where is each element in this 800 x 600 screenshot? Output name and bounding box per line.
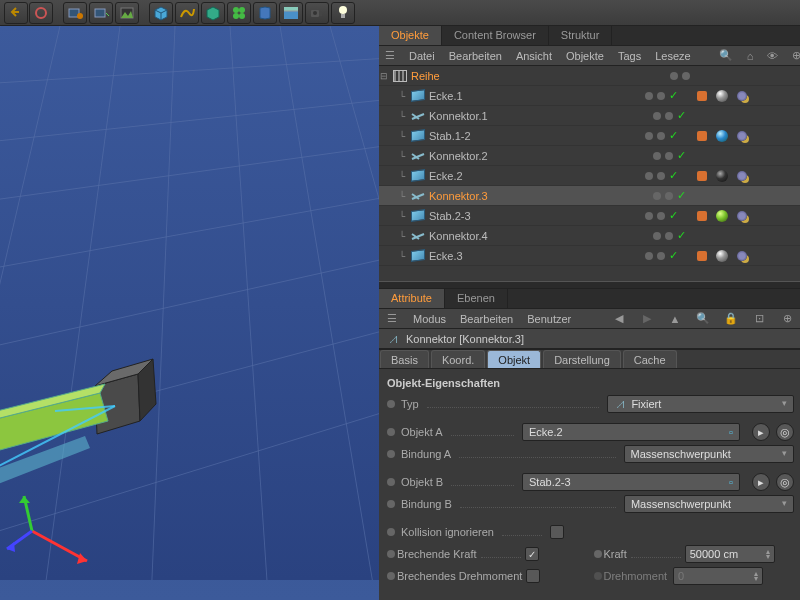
tree-item-label[interactable]: Ecke.2 (429, 170, 463, 182)
enable-check[interactable]: ✓ (677, 229, 686, 242)
picker-button-b[interactable]: ◎ (776, 473, 794, 491)
nav-back-icon[interactable]: ◀ (612, 312, 626, 326)
render-dot[interactable] (657, 252, 665, 260)
enable-check[interactable]: ✓ (677, 149, 686, 162)
tree-item-label[interactable]: Stab.1-2 (429, 130, 471, 142)
menu-datei[interactable]: Datei (409, 50, 435, 62)
tool-camera[interactable] (305, 2, 329, 24)
hamburger-icon[interactable]: ☰ (385, 49, 395, 63)
enable-check[interactable]: ✓ (669, 249, 678, 262)
tool-array[interactable] (227, 2, 251, 24)
tree-row[interactable]: └Ecke.3✓ (379, 246, 800, 266)
brechendekraft-checkbox[interactable]: ✓ (525, 547, 539, 561)
tree-item-label[interactable]: Konnektor.2 (429, 150, 488, 162)
target-button-b[interactable]: ▸ (752, 473, 770, 491)
visibility-dot[interactable] (645, 132, 653, 140)
tab-struktur[interactable]: Struktur (549, 26, 613, 45)
home-icon[interactable]: ⌂ (747, 49, 754, 63)
picker-button-a[interactable]: ◎ (776, 423, 794, 441)
subtab-cache[interactable]: Cache (623, 350, 677, 368)
render-dot[interactable] (665, 112, 673, 120)
visibility-dot[interactable] (645, 252, 653, 260)
tree-item-label[interactable]: Stab.2-3 (429, 210, 471, 222)
render-dot[interactable] (657, 172, 665, 180)
tree-row[interactable]: └Konnektor.3✓ (379, 186, 800, 206)
render-dot[interactable] (665, 152, 673, 160)
subtab-objekt[interactable]: Objekt (487, 350, 541, 368)
visibility-dot[interactable] (653, 192, 661, 200)
tree-row[interactable]: └Ecke.2✓ (379, 166, 800, 186)
tab-content-browser[interactable]: Content Browser (442, 26, 549, 45)
visibility-dot[interactable] (653, 112, 661, 120)
eye-icon[interactable]: 👁 (767, 49, 778, 63)
subtab-basis[interactable]: Basis (380, 350, 429, 368)
menu-ansicht[interactable]: Ansicht (516, 50, 552, 62)
search-icon[interactable]: 🔍 (719, 49, 733, 63)
expand-icon[interactable]: ⊟ (379, 71, 389, 81)
subtab-koord[interactable]: Koord. (431, 350, 485, 368)
tool-environment[interactable] (279, 2, 303, 24)
tree-item-label[interactable]: Konnektor.1 (429, 110, 488, 122)
nav-fwd-icon[interactable]: ▶ (640, 312, 654, 326)
lock-icon[interactable]: 🔒 (724, 312, 738, 326)
kraft-input[interactable]: 50000 cm▴▾ (685, 545, 775, 563)
plus2-icon[interactable]: ⊕ (780, 312, 794, 326)
subtab-darstellung[interactable]: Darstellung (543, 350, 621, 368)
enable-check[interactable]: ✓ (669, 169, 678, 182)
bindunga-combo[interactable]: Massenschwerpunkt (624, 445, 794, 463)
hamburger-icon[interactable]: ☰ (385, 312, 399, 326)
tool-render-settings[interactable] (63, 2, 87, 24)
new-window-icon[interactable]: ⊡ (752, 312, 766, 326)
enable-check[interactable]: ✓ (677, 189, 686, 202)
tool-spline[interactable] (175, 2, 199, 24)
enable-check[interactable]: ✓ (669, 129, 678, 142)
enable-check[interactable]: ✓ (677, 109, 686, 122)
tool-redo[interactable] (29, 2, 53, 24)
objekta-field[interactable]: Ecke.2▫ (522, 423, 740, 441)
menu-objekte[interactable]: Objekte (566, 50, 604, 62)
target-button-a[interactable]: ▸ (752, 423, 770, 441)
tool-deformer[interactable] (253, 2, 277, 24)
tree-row[interactable]: └Konnektor.1✓ (379, 106, 800, 126)
tree-row[interactable]: └Stab.2-3✓ (379, 206, 800, 226)
brechendesdrehmoment-checkbox[interactable] (526, 569, 540, 583)
visibility-dot[interactable] (653, 152, 661, 160)
render-dot[interactable] (657, 92, 665, 100)
visibility-dot[interactable] (645, 92, 653, 100)
render-dot[interactable] (657, 132, 665, 140)
tool-light[interactable] (331, 2, 355, 24)
tree-row[interactable]: └Konnektor.2✓ (379, 146, 800, 166)
horizontal-splitter[interactable] (379, 281, 800, 289)
object-tree[interactable]: ⊟ Reihe └Ecke.1✓└Konnektor.1✓└Stab.1-2✓└… (379, 66, 800, 281)
kollision-checkbox[interactable] (550, 525, 564, 539)
enable-check[interactable]: ✓ (669, 209, 678, 222)
tab-attribute[interactable]: Attribute (379, 289, 445, 308)
tree-item-label[interactable]: Konnektor.3 (429, 190, 488, 202)
tree-row[interactable]: └Ecke.1✓ (379, 86, 800, 106)
objektb-field[interactable]: Stab.2-3▫ (522, 473, 740, 491)
viewport[interactable]: ✦ ✥ ⤢ ⟳ ⊞ (0, 26, 379, 600)
nav-up-icon[interactable]: ▲ (668, 312, 682, 326)
menu-modus[interactable]: Modus (413, 313, 446, 325)
bindungb-combo[interactable]: Massenschwerpunkt (624, 495, 794, 513)
visibility-dot[interactable] (645, 212, 653, 220)
tree-item-label[interactable]: Ecke.1 (429, 90, 463, 102)
menu-leseze[interactable]: Leseze (655, 50, 690, 62)
menu-bearbeiten2[interactable]: Bearbeiten (460, 313, 513, 325)
tool-render-active[interactable] (89, 2, 113, 24)
tree-row[interactable]: └Konnektor.4✓ (379, 226, 800, 246)
tab-objects[interactable]: Objekte (379, 26, 442, 45)
tool-undo[interactable] (4, 2, 28, 24)
tree-row[interactable]: └Stab.1-2✓ (379, 126, 800, 146)
tree-root-label[interactable]: Reihe (411, 70, 440, 82)
tree-item-label[interactable]: Konnektor.4 (429, 230, 488, 242)
tool-nurbs[interactable] (201, 2, 225, 24)
render-dot[interactable] (665, 192, 673, 200)
visibility-dot[interactable] (653, 232, 661, 240)
typ-combo[interactable]: ⩘Fixiert (607, 395, 794, 413)
tool-render-picture[interactable] (115, 2, 139, 24)
tree-item-label[interactable]: Ecke.3 (429, 250, 463, 262)
menu-benutzer[interactable]: Benutzer (527, 313, 571, 325)
tool-cube[interactable] (149, 2, 173, 24)
tab-ebenen[interactable]: Ebenen (445, 289, 508, 308)
